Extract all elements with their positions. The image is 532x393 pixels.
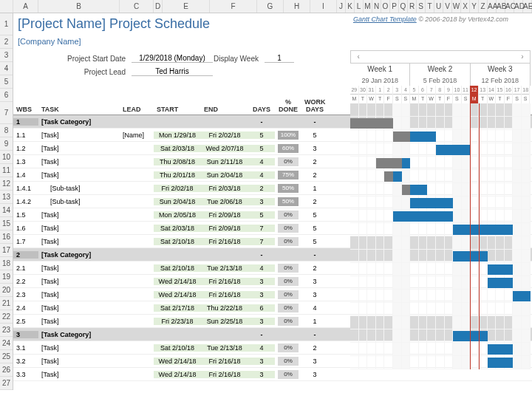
day-of-week: MTWTFSSMTWTFSSMTWTFSS: [350, 94, 531, 104]
hdr-wbs: WBS: [13, 104, 38, 115]
gantt-row: [350, 329, 531, 343]
credit-link[interactable]: Gantt Chart Template: [353, 16, 417, 23]
hdr-task: TASK: [38, 104, 120, 115]
gantt-row: [350, 316, 531, 329]
gantt-row: [350, 103, 531, 117]
gantt-row: [350, 143, 531, 157]
today-line: [470, 103, 471, 369]
gantt-row: [350, 157, 531, 170]
hdr-days: DAYS: [248, 104, 275, 115]
today-line: [479, 103, 480, 369]
gantt-row: [350, 170, 531, 183]
gantt-row: [350, 250, 531, 263]
display-week-value[interactable]: 1: [265, 54, 294, 63]
start-date-value[interactable]: 1/29/2018 (Monday): [132, 54, 213, 63]
week-labels: Week 1Week 2Week 3: [350, 64, 531, 75]
project-lead-label: Project Lead: [13, 68, 132, 76]
gantt-row: [350, 276, 531, 290]
gantt-row: [350, 183, 531, 196]
subtitle: [Company Name]: [13, 35, 532, 49]
gantt-row: [350, 263, 531, 276]
table-row[interactable]: 3.3[Task]Wed 2/14/18Fri 2/16/1830%3: [13, 368, 532, 381]
hdr-end: END: [201, 104, 248, 115]
gantt-row: [350, 290, 531, 303]
gantt-row: [350, 130, 531, 143]
gantt-row: [350, 223, 531, 236]
week-dates: 29 Jan 20185 Feb 201812 Feb 2018: [350, 75, 531, 86]
hdr-done: % DONE: [275, 97, 301, 115]
gantt-row: [350, 196, 531, 210]
hdr-lead: LEAD: [120, 104, 154, 115]
project-lead-value[interactable]: Ted Harris: [132, 67, 213, 76]
gantt-row: [350, 343, 531, 356]
row-numbers: 1234567891011121314151617181920212223242…: [0, 13, 13, 390]
display-week-label: Display Week: [213, 55, 265, 63]
gantt-row: [350, 210, 531, 223]
gantt-row: [350, 356, 531, 369]
hdr-work: WORK DAYS: [301, 97, 328, 115]
gantt-row: [350, 236, 531, 250]
gantt-row: [350, 303, 531, 316]
nav-next-icon[interactable]: ›: [515, 51, 530, 63]
start-date-label: Project Start Date: [13, 55, 132, 63]
credit-row: Gantt Chart Template © 2006-2018 by Vert…: [353, 16, 508, 23]
hdr-start: START: [154, 104, 201, 115]
week-nav: ‹ ›: [350, 50, 531, 64]
nav-prev-icon[interactable]: ‹: [351, 51, 366, 63]
gantt-chart: [350, 103, 531, 369]
column-headers: ABCDEFGHIJKLMNOPQRSTUVWXYZAAABACADAE: [0, 0, 532, 13]
gantt-row: [350, 117, 531, 130]
credit-text: © 2006-2018 by Vertex42.com: [418, 16, 508, 23]
